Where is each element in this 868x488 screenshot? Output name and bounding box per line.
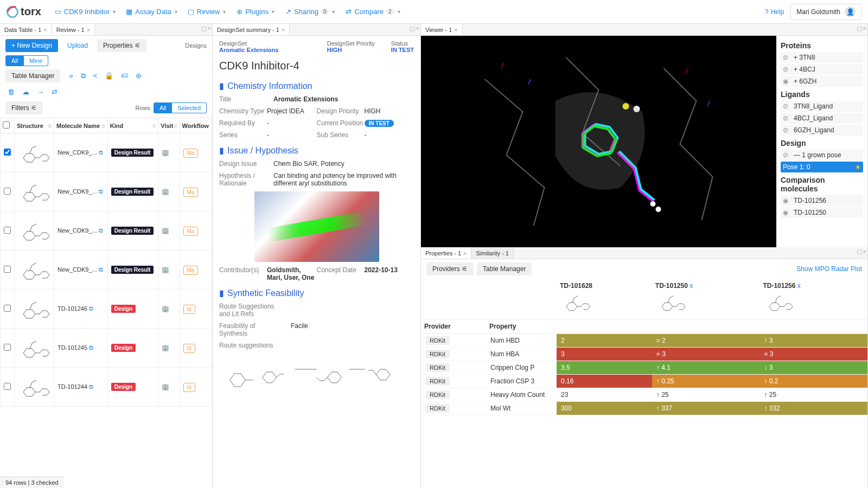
table-row[interactable]: TD-101244 ⧉Design🏢Id — [1, 368, 212, 407]
menu-project[interactable]: ▭ CDK9 Inhibitor ▾ — [50, 5, 120, 18]
cloud-icon[interactable]: ☁ — [22, 88, 29, 96]
close-icon[interactable]: × — [87, 27, 90, 33]
pill-rows-selected[interactable]: Selected — [172, 102, 207, 113]
tab-similarity[interactable]: Similarity - 1 — [471, 247, 514, 259]
trash-icon[interactable]: 🗑 — [8, 88, 15, 96]
menu-sharing[interactable]: ↗ Sharing 0 ▾ — [280, 5, 339, 18]
user-chip[interactable]: Mari Goldsmith 👤 — [790, 4, 861, 20]
close-panel-icon[interactable]: × — [416, 25, 419, 32]
tag-icon[interactable]: 🏷 — [121, 72, 128, 80]
expand-icon[interactable]: » — [69, 72, 73, 80]
viewer-item[interactable]: ◉TD-101250 — [781, 207, 863, 218]
close-icon[interactable]: × — [282, 27, 285, 33]
pill-mine[interactable]: Mine — [24, 55, 48, 66]
pill-rows-all[interactable]: All — [154, 102, 172, 113]
table-row[interactable]: New_CDK9_... ⧉Design Result🏢Ma — [1, 133, 212, 172]
workflow-button[interactable]: Ma — [183, 149, 199, 158]
col-visit[interactable]: Visit≡ — [158, 118, 180, 133]
workflow-button[interactable]: Ma — [183, 266, 199, 275]
row-checkbox[interactable] — [4, 266, 11, 273]
row-checkbox[interactable] — [4, 383, 11, 390]
tab-designset-summary[interactable]: DesignSet summary - 1× — [213, 24, 290, 35]
table-row[interactable]: TD-101245 ⧉Design🏢Id — [1, 329, 212, 368]
tab-data-table[interactable]: Data Table - 1× — [0, 24, 52, 35]
share-icon[interactable]: < — [93, 72, 98, 80]
table-row[interactable]: New_CDK9_... ⧉Design Result🏢Ma — [1, 251, 212, 290]
new-design-button[interactable]: + New Design — [5, 39, 58, 52]
menu-compare[interactable]: ⇄ Compare 2 ▾ — [340, 5, 404, 18]
tab-review[interactable]: Review - 1× — [52, 24, 95, 35]
viewer-item[interactable]: ⊘+ 4BCJ — [781, 64, 863, 75]
radar-plot-link[interactable]: Show MPO Radar Plot — [796, 265, 862, 273]
pill-all[interactable]: All — [5, 55, 24, 66]
tab-properties[interactable]: Properties - 1× — [421, 247, 471, 259]
col-name[interactable]: Molecule Name≡ — [54, 118, 108, 133]
menu-review[interactable]: ▢ Review ▾ — [183, 5, 231, 18]
close-panel-icon[interactable]: × — [863, 25, 866, 32]
pose-item[interactable]: Pose 1: 0★ — [781, 162, 863, 172]
menu-assay-data[interactable]: ▦ Assay Data ▾ — [121, 5, 181, 18]
table-row[interactable]: New_CDK9_... ⧉Design Result🏢Ma — [1, 172, 212, 211]
viewer-item[interactable]: ⊘6GZH_Ligand — [781, 125, 863, 136]
structure-cell — [15, 251, 54, 290]
filter-icon: ⚟ — [462, 265, 468, 273]
close-panel-icon[interactable]: × — [208, 25, 211, 32]
globe-icon[interactable]: ⊛ — [136, 72, 142, 80]
copy-icon[interactable]: ⧉ — [81, 72, 86, 80]
link-icon[interactable]: ⧉ — [89, 383, 93, 390]
link-icon[interactable]: ⧉ — [99, 188, 103, 195]
viewer-3d[interactable]: Proteins ⊘+ 3TN8⊘+ 4BCJ◉+ 6GZH Ligands ⊘… — [421, 36, 867, 247]
workflow-button[interactable]: Id — [183, 344, 195, 353]
viewer-item[interactable]: ◉TD-101256 — [781, 195, 863, 206]
visit-cell: 🏢 — [158, 329, 180, 368]
row-checkbox[interactable] — [4, 188, 11, 195]
grown-pose-item[interactable]: ⊘— 1 grown pose — [781, 150, 863, 160]
maximize-icon[interactable]: ▢ — [201, 25, 207, 32]
props-table-manager-button[interactable]: Table Manager — [477, 262, 532, 275]
row-checkbox[interactable] — [4, 227, 11, 234]
swap-icon[interactable]: ⇄ — [52, 88, 58, 96]
viewer-item[interactable]: ◉+ 6GZH — [781, 76, 863, 87]
table-row[interactable]: TD-101246 ⧉Design🏢Id — [1, 290, 212, 329]
viewer-item[interactable]: ⊘4BCJ_Ligand — [781, 113, 863, 124]
lock-icon[interactable]: 🔒 — [105, 72, 113, 80]
help-link[interactable]: ? Help — [765, 8, 784, 16]
maximize-icon[interactable]: ▢ — [410, 25, 415, 32]
col-workflow[interactable]: Workflow — [180, 118, 212, 133]
upload-button[interactable]: Upload — [61, 39, 94, 52]
workflow-button[interactable]: Ma — [183, 227, 199, 236]
close-icon[interactable]: × — [43, 27, 47, 33]
viewer-item[interactable]: ⊘3TN8_Ligand — [781, 101, 863, 112]
table-row[interactable]: New_CDK9_... ⧉Design Result🏢Ma — [1, 211, 212, 251]
workflow-button[interactable]: Id — [183, 383, 195, 392]
design-heading: Design — [781, 139, 863, 147]
link-icon[interactable]: ⧉ — [89, 305, 93, 312]
workflow-button[interactable]: Ma — [183, 188, 199, 197]
arrow-right-icon[interactable]: → — [37, 88, 44, 96]
link-icon[interactable]: ⧉ — [99, 149, 103, 156]
providers-button[interactable]: Providers ⚟ — [426, 262, 474, 275]
col-kind[interactable]: Kind≡ — [107, 118, 158, 133]
row-checkbox[interactable] — [4, 344, 11, 351]
filters-button[interactable]: Filters ⚟ — [5, 101, 43, 114]
table-manager-button[interactable]: Table Manager — [5, 69, 60, 82]
menu-plugins[interactable]: ⊕ Plugins ▾ — [231, 5, 279, 18]
properties-button[interactable]: Properties ⚟ — [97, 39, 146, 52]
link-icon[interactable]: ⧉ — [99, 266, 103, 273]
row-checkbox[interactable] — [4, 305, 11, 312]
close-icon[interactable]: × — [454, 27, 457, 33]
close-panel-icon[interactable]: × — [863, 248, 866, 255]
link-icon[interactable]: ⧉ — [99, 227, 103, 234]
row-checkbox[interactable] — [4, 149, 11, 156]
link-icon[interactable]: ⧉ — [89, 344, 93, 351]
close-icon[interactable]: × — [463, 250, 467, 256]
workflow-button[interactable]: Id — [183, 305, 195, 314]
maximize-icon[interactable]: ▢ — [857, 25, 862, 32]
viewer-item[interactable]: ⊘+ 3TN8 — [781, 52, 863, 63]
select-all-checkbox[interactable] — [3, 121, 10, 129]
maximize-icon[interactable]: ▢ — [857, 248, 862, 255]
remove-mol-icon[interactable]: x — [797, 282, 801, 290]
tab-viewer[interactable]: Viewer - 1× — [421, 24, 463, 35]
col-structure[interactable]: Structure≡ — [15, 118, 54, 133]
remove-mol-icon[interactable]: x — [690, 282, 693, 290]
